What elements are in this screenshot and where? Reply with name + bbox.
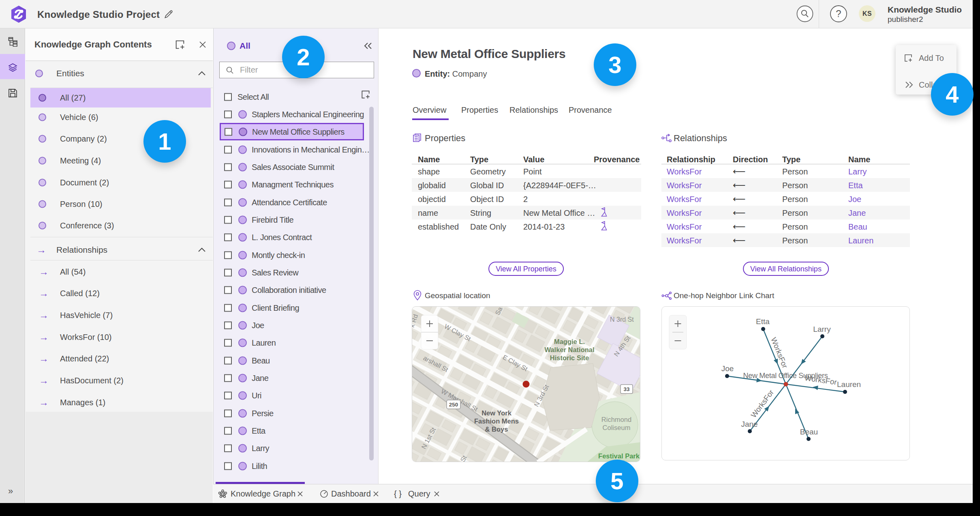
svg-text:Lauren: Lauren	[837, 380, 861, 389]
svg-text:N 3rd St: N 3rd St	[610, 316, 634, 323]
svg-text:Maggie L.: Maggie L.	[554, 338, 585, 345]
svg-text:Jane: Jane	[741, 420, 757, 428]
svg-text:Etta: Etta	[756, 317, 770, 326]
svg-text:250: 250	[449, 402, 458, 408]
svg-text:Fashion Mens: Fashion Mens	[474, 417, 519, 425]
svg-text:33: 33	[623, 386, 630, 392]
svg-text:& Boys: & Boys	[485, 426, 508, 433]
svg-text:New York: New York	[481, 409, 511, 417]
svg-text:Coliseum: Coliseum	[603, 424, 631, 431]
svg-text:WorksFor: WorksFor	[804, 374, 837, 387]
svg-text:Larry: Larry	[813, 325, 831, 333]
svg-text:Festival Park: Festival Park	[598, 452, 640, 460]
svg-text:Beau: Beau	[800, 428, 818, 436]
svg-text:Richmond: Richmond	[601, 416, 631, 423]
svg-text:WorksFor: WorksFor	[769, 336, 789, 370]
svg-text:Historic Site: Historic Site	[550, 354, 589, 361]
svg-text:Walker National: Walker National	[544, 346, 594, 353]
svg-text:?: ?	[836, 8, 841, 19]
svg-text:Joe: Joe	[721, 364, 734, 373]
